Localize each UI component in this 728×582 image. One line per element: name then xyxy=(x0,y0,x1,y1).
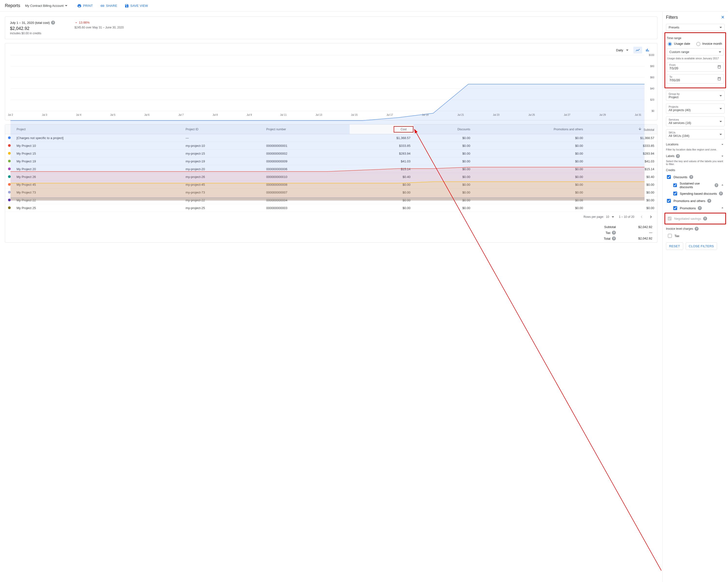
arrow-up-icon xyxy=(74,21,78,24)
promotions-checkbox[interactable]: Promotions? xyxy=(666,204,725,212)
skus-select[interactable]: SKUs All SKUs (194) xyxy=(666,129,725,139)
total-value: $2,042.92 xyxy=(630,237,652,241)
page-title: Reports xyxy=(5,3,20,8)
cell-discounts: $0.00 xyxy=(413,204,473,212)
line-chart-toggle[interactable] xyxy=(633,47,642,54)
rows-per-page-select[interactable]: 10 xyxy=(606,215,614,219)
calendar-icon xyxy=(717,65,721,69)
summary-card: July 1 – 31, 2020 (total cost) ? $2,042.… xyxy=(5,17,657,39)
filters-title: Filters xyxy=(666,15,678,20)
range-note: Usage data is available since January 20… xyxy=(667,57,723,60)
bar-chart-toggle[interactable] xyxy=(643,47,652,54)
calendar-icon xyxy=(717,77,721,81)
page-range: 1 – 10 of 20 xyxy=(619,215,634,219)
account-selector[interactable]: My Contract Billing Account xyxy=(25,4,68,7)
bar-chart-icon xyxy=(645,48,650,53)
chevron-down-icon xyxy=(720,27,722,28)
help-icon[interactable]: ? xyxy=(714,183,718,187)
x-tick-label: Jul 13 xyxy=(316,113,322,116)
x-tick-label: Jul 21 xyxy=(458,113,464,116)
x-tick-label: Jul 4 xyxy=(76,113,81,116)
negotiated-savings-highlight: Negotiated savings? xyxy=(665,213,726,224)
x-tick-label: Jul 29 xyxy=(599,113,606,116)
next-page-icon[interactable] xyxy=(648,215,653,219)
close-filters-button[interactable]: CLOSE FILTERS xyxy=(686,242,717,250)
help-icon[interactable]: ? xyxy=(703,217,707,221)
reset-button[interactable]: RESET xyxy=(666,242,683,250)
x-tick-label: Jul 11 xyxy=(280,113,287,116)
y-tick-label: $20 xyxy=(650,99,654,101)
help-icon[interactable]: ? xyxy=(698,206,702,210)
save-icon xyxy=(125,4,129,8)
usage-date-radio[interactable]: Usage date xyxy=(667,41,690,46)
cell-subtotal: $0.00 xyxy=(586,204,657,212)
to-date-field[interactable]: To 7/31/20 xyxy=(667,74,724,84)
total-label: Total xyxy=(604,237,610,241)
spending-checkbox[interactable]: Spending based discounts? xyxy=(666,190,725,197)
close-icon[interactable]: ✕ xyxy=(721,15,725,20)
rows-per-page-label: Rows per page: xyxy=(583,215,604,219)
labels-desc: Select the key and values of the labels … xyxy=(666,160,725,166)
x-tick-label: Jul 5 xyxy=(110,113,115,116)
totals: Subtotal$2,042.92 Tax?— Total?$2,042.92 xyxy=(5,222,657,242)
help-icon[interactable]: ? xyxy=(719,192,723,195)
chevron-down-icon xyxy=(719,51,721,53)
cell-cost: $0.00 xyxy=(349,204,413,212)
chevron-down-icon xyxy=(65,5,68,6)
group-by-select[interactable]: Group by Project xyxy=(666,91,725,101)
help-icon[interactable]: ? xyxy=(612,237,616,241)
summary-delta: 13.66% xyxy=(74,21,124,24)
chevron-down-icon xyxy=(720,134,722,135)
help-icon[interactable]: ? xyxy=(612,231,616,234)
help-icon[interactable]: ? xyxy=(676,154,680,158)
negotiated-checkbox[interactable]: Negotiated savings? xyxy=(667,215,724,222)
range-type-select[interactable]: Custom range xyxy=(667,48,724,55)
x-tick-label: Jul 25 xyxy=(528,113,535,116)
chevron-down-icon xyxy=(720,108,722,109)
projects-select[interactable]: Projects All projects (40) xyxy=(666,104,725,113)
save-view-button[interactable]: SAVE VIEW xyxy=(125,4,148,8)
tax-label: Tax xyxy=(606,231,610,234)
x-tick-label: Jul 7 xyxy=(178,113,183,116)
labels-section[interactable]: Labels? xyxy=(666,154,725,158)
link-icon xyxy=(100,4,105,8)
cell-project-id: my-project-25 xyxy=(183,204,263,212)
discounts-checkbox[interactable]: Discounts? xyxy=(666,173,725,181)
subtotal-value: $2,042.92 xyxy=(630,225,652,229)
chevron-down-icon xyxy=(720,154,725,158)
frequency-selector[interactable]: Daily xyxy=(616,48,628,52)
promo-others-checkbox[interactable]: Promotions and others? xyxy=(666,197,725,204)
chevron-up-icon[interactable] xyxy=(720,206,725,211)
locations-section[interactable]: Locations xyxy=(666,142,725,146)
chevron-up-icon[interactable] xyxy=(720,183,725,188)
sustained-checkbox[interactable]: Sustained use discounts? xyxy=(666,181,725,190)
y-tick-label: $80 xyxy=(650,65,654,67)
print-icon xyxy=(77,4,81,8)
cell-project: My Project 25 xyxy=(14,204,183,212)
chevron-down-icon xyxy=(626,50,628,51)
topbar: Reports My Contract Billing Account PRIN… xyxy=(0,0,728,12)
help-icon[interactable]: ? xyxy=(695,227,699,231)
help-icon[interactable]: ? xyxy=(707,199,711,203)
tax-checkbox[interactable]: Tax xyxy=(666,232,725,240)
from-date-field[interactable]: From 7/1/20 xyxy=(667,62,724,72)
chevron-down-icon xyxy=(720,142,725,146)
col-cost[interactable]: Cost xyxy=(349,124,413,134)
help-icon[interactable]: ? xyxy=(689,175,693,179)
print-button[interactable]: PRINT xyxy=(77,4,93,8)
services-select[interactable]: Services All services (16) xyxy=(666,116,725,127)
invoice-charges-label: Invoice level charges xyxy=(666,227,693,230)
prev-page-icon[interactable] xyxy=(639,215,644,219)
presets-select[interactable]: Presets xyxy=(666,24,725,31)
invoice-month-radio[interactable]: Invoice month xyxy=(695,41,722,46)
share-button[interactable]: SHARE xyxy=(100,4,117,8)
summary-range: July 1 – 31, 2020 (total cost) xyxy=(10,21,50,25)
summary-delta-desc: $245.60 over May 31 – June 30, 2020 xyxy=(74,26,124,29)
y-tick-label: $60 xyxy=(650,76,654,79)
help-icon[interactable]: ? xyxy=(51,21,55,25)
x-tick-label: Jul 8 xyxy=(213,113,218,116)
table-row[interactable]: My Project 25 my-project-25 000000000003… xyxy=(5,204,657,212)
chart-card: Daily $0$20$40$60$80$100Jul 2Jul 3Jul 4J… xyxy=(5,43,657,120)
x-tick-label: Jul 27 xyxy=(564,113,570,116)
chart-area: $0$20$40$60$80$100Jul 2Jul 3Jul 4Jul 5Ju… xyxy=(8,55,654,118)
